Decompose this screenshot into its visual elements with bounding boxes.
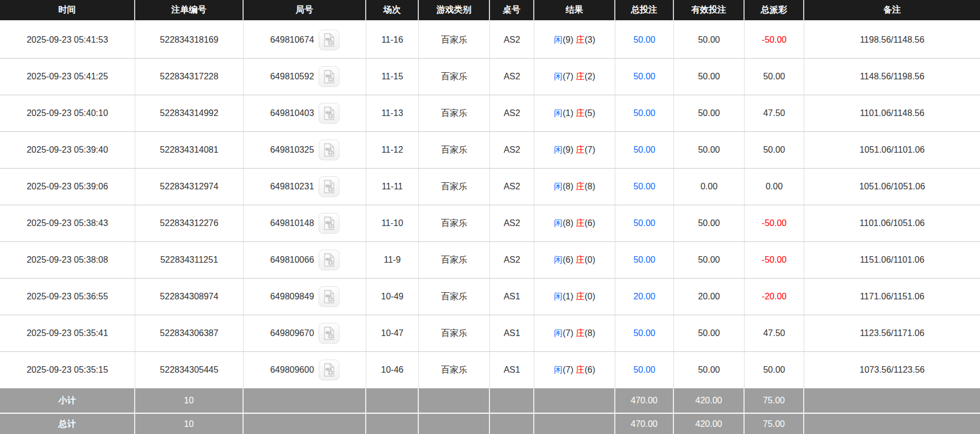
round-cell: 649809849: [244, 279, 366, 315]
bet-records-table: 时间 注单编号 局号 场次 游戏类别 桌号 结果 总投注 有效投注 总派彩 备注…: [0, 0, 980, 434]
total-bet-link[interactable]: 50.00: [633, 218, 655, 228]
remark-cell: 1151.06/1101.06: [804, 242, 980, 279]
time-cell: 2025-09-23 05:38:43: [0, 205, 135, 242]
session-cell: 11-12: [366, 132, 419, 169]
summary-empty-cell: [534, 389, 615, 413]
player-score: (9): [563, 35, 576, 44]
summary-empty-cell: [419, 413, 490, 434]
round-number: 649810674: [270, 35, 314, 45]
table-row: 2025-09-23 05:40:10522834314992649810403…: [0, 95, 980, 132]
total-bet-link[interactable]: 50.00: [633, 108, 655, 118]
session-cell: 11-9: [366, 242, 419, 279]
time-cell: 2025-09-23 05:35:41: [0, 315, 135, 352]
remark-cell: 1073.56/1123.56: [804, 352, 980, 389]
result-cell: 闲(9) 庄(7): [534, 132, 615, 169]
result-cell: 闲(8) 庄(8): [534, 169, 615, 205]
result-cell: 闲(1) 庄(0): [534, 279, 615, 315]
result-cell: 闲(7) 庄(6): [534, 352, 615, 389]
video-replay-button[interactable]: [319, 103, 339, 124]
player-score: (6): [563, 255, 576, 264]
game-type-cell: 百家乐: [419, 315, 490, 352]
round-cell: 649809600: [244, 352, 366, 389]
video-replay-button[interactable]: [319, 176, 339, 197]
result-cell: 闲(8) 庄(6): [534, 205, 615, 242]
total-bet-link[interactable]: 50.00: [633, 72, 655, 81]
total-bet-link[interactable]: 50.00: [633, 145, 655, 154]
total-bet-cell: 20.00: [615, 279, 674, 315]
grand-total-label: 总计: [0, 413, 135, 434]
total-bet-link[interactable]: 50.00: [633, 365, 655, 374]
table-row: 2025-09-23 05:38:08522834311251649810066…: [0, 242, 980, 279]
game-type-cell: 百家乐: [419, 205, 490, 242]
player-result-label: 闲: [554, 292, 563, 301]
video-replay-button[interactable]: [319, 30, 339, 50]
round-cell: 649810674: [244, 22, 366, 59]
video-replay-icon: [322, 106, 336, 120]
result-cell: 闲(9) 庄(3): [534, 22, 615, 59]
valid-bet-cell: 50.00: [674, 59, 745, 95]
game-type-cell: 百家乐: [419, 59, 490, 95]
video-replay-button[interactable]: [319, 360, 339, 380]
total-bet-cell: 50.00: [615, 205, 674, 242]
video-replay-button[interactable]: [319, 250, 339, 270]
total-bet-link[interactable]: 20.00: [633, 292, 655, 301]
table-number-cell: AS1: [490, 352, 534, 389]
banker-score: (6): [585, 218, 596, 228]
video-replay-button[interactable]: [319, 286, 339, 307]
total-payout-cell: 50.00: [745, 59, 804, 95]
video-replay-button[interactable]: [319, 323, 339, 344]
total-payout-cell: 50.00: [745, 352, 804, 389]
game-type-cell: 百家乐: [419, 169, 490, 205]
summary-empty-cell: [534, 413, 615, 434]
column-header-session: 场次: [366, 0, 419, 22]
summary-empty-cell: [490, 389, 534, 413]
video-replay-button[interactable]: [319, 213, 339, 234]
time-cell: 2025-09-23 05:35:15: [0, 352, 135, 389]
round-cell-content: 649809849: [244, 286, 366, 307]
column-header-bet-number: 注单编号: [135, 0, 244, 22]
player-result-label: 闲: [554, 182, 563, 191]
grand-total-count: 10: [135, 413, 244, 434]
banker-score: (0): [585, 292, 596, 301]
video-replay-button[interactable]: [319, 66, 339, 87]
session-cell: 11-11: [366, 169, 419, 205]
player-score: (8): [563, 182, 576, 191]
total-bet-link[interactable]: 50.00: [633, 182, 655, 191]
video-replay-icon: [322, 290, 336, 304]
table-row: 2025-09-23 05:36:55522834308974649809849…: [0, 279, 980, 315]
round-number: 649810403: [270, 108, 314, 118]
banker-score: (8): [585, 328, 596, 338]
banker-result-label: 庄: [576, 35, 585, 44]
table-number-cell: AS2: [490, 169, 534, 205]
total-bet-cell: 50.00: [615, 242, 674, 279]
total-bet-link[interactable]: 50.00: [633, 328, 655, 338]
round-number: 649810325: [270, 145, 314, 155]
banker-result-label: 庄: [576, 255, 585, 264]
banker-result-label: 庄: [576, 182, 585, 191]
total-bet-link[interactable]: 50.00: [633, 255, 655, 264]
subtotal-total-payout: 75.00: [745, 389, 804, 413]
round-number: 649810592: [270, 72, 314, 82]
table-row: 2025-09-23 05:38:43522834312276649810148…: [0, 205, 980, 242]
round-cell: 649810148: [244, 205, 366, 242]
grand-total-row: 总计 10 470.00 420.00 75.00: [0, 413, 980, 434]
total-payout-cell: -50.00: [745, 205, 804, 242]
video-replay-button[interactable]: [319, 140, 339, 160]
round-cell-content: 649810674: [244, 30, 366, 50]
session-cell: 10-49: [366, 279, 419, 315]
valid-bet-cell: 0.00: [674, 169, 745, 205]
subtotal-count: 10: [135, 389, 244, 413]
column-header-total-bet: 总投注: [615, 0, 674, 22]
summary-empty-cell: [366, 413, 419, 434]
total-bet-link[interactable]: 50.00: [633, 35, 655, 44]
valid-bet-cell: 50.00: [674, 205, 745, 242]
grand-total-valid-bet: 420.00: [674, 413, 745, 434]
table-body: 2025-09-23 05:41:53522834318169649810674…: [0, 22, 980, 389]
table-number-cell: AS2: [490, 59, 534, 95]
game-type-cell: 百家乐: [419, 279, 490, 315]
player-result-label: 闲: [554, 72, 563, 81]
remark-cell: 1171.06/1151.06: [804, 279, 980, 315]
bet-number-cell: 522834308974: [135, 279, 244, 315]
video-replay-icon: [322, 253, 336, 267]
total-payout-cell: 50.00: [745, 132, 804, 169]
